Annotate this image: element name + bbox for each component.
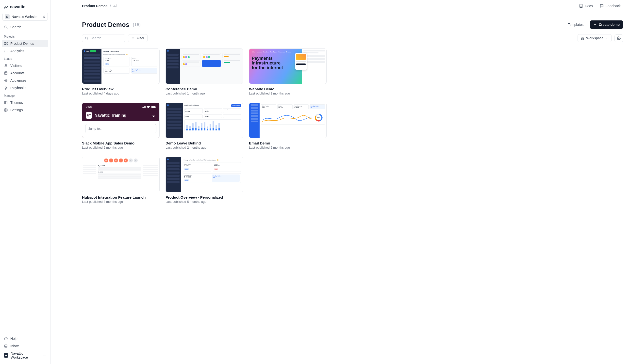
sidebar-item-accounts[interactable]: Accounts — [2, 69, 48, 77]
create-demo-button[interactable]: Create demo — [590, 20, 623, 29]
demo-subtitle: Last published 2 months ago — [82, 146, 160, 149]
view-settings-button[interactable] — [614, 34, 623, 42]
svg-point-13 — [6, 339, 6, 340]
sidebar-workspace-footer[interactable]: Navattic Workspace — [2, 350, 48, 361]
slack-time: 2:58 — [86, 105, 92, 109]
sidebar-item-visitors[interactable]: Visitors — [2, 62, 48, 69]
demo-thumbnail: Sales Today2.532 Visitors170.212 Total E… — [249, 103, 326, 138]
demo-title: Email Demo — [249, 141, 326, 145]
svg-point-16 — [45, 355, 46, 356]
svg-rect-23 — [142, 107, 142, 108]
svg-rect-10 — [5, 101, 6, 104]
demo-card[interactable]: Sales Today2.532 Visitors170.212 Total E… — [249, 103, 326, 149]
demo-title: Conference Demo — [166, 87, 243, 91]
svg-point-15 — [44, 355, 45, 356]
breadcrumb-root[interactable]: Product Demos — [82, 4, 108, 8]
view-selector[interactable]: Workspace — [578, 34, 612, 42]
filter-label: Filter — [137, 36, 144, 40]
demo-thumbnail: 2:58 NT Navattic Training — [82, 103, 160, 138]
create-demo-label: Create demo — [599, 23, 620, 26]
svg-rect-24 — [143, 107, 144, 108]
svg-point-22 — [618, 38, 620, 39]
demo-thumbnail: Analytics DashboardToday: April 29 Visit… — [166, 103, 243, 138]
demo-subtitle: Last published 2 months ago — [249, 146, 326, 149]
chevron-up-down-icon — [42, 15, 46, 18]
svg-rect-26 — [145, 106, 146, 108]
topbar: Product Demos / All Docs Feedback — [50, 0, 630, 12]
sidebar-item-help[interactable]: Help — [2, 335, 48, 342]
brand-logomark — [4, 5, 8, 9]
svg-rect-19 — [583, 37, 584, 38]
svg-rect-18 — [581, 37, 582, 38]
sidebar-item-label: Visitors — [10, 64, 22, 68]
sidebar-item-label: Themes — [10, 101, 23, 105]
demo-subtitle: Last published 2 months ago — [166, 146, 243, 149]
more-icon[interactable] — [43, 354, 46, 358]
demo-card[interactable]: stripeProductsSolutionsDevelopersResourc… — [249, 48, 326, 95]
svg-rect-1 — [4, 42, 6, 43]
sidebar-item-label: Playbooks — [10, 86, 26, 90]
workspace-name: Navattic Website — [12, 15, 41, 19]
demo-card[interactable]: MTW TF SS April 2022 Jan 2022 — [82, 157, 160, 204]
svg-point-11 — [6, 109, 6, 110]
brand-name: navattic — [10, 4, 25, 9]
slack-status-icons — [142, 105, 156, 109]
sidebar-item-product-demos[interactable]: Product Demos — [2, 40, 48, 47]
brand-logo[interactable]: navattic — [0, 3, 50, 13]
demo-card[interactable]: Conference Demo Last published 1 month a… — [166, 48, 243, 95]
sidebar-item-label: Help — [10, 337, 18, 341]
view-label: Workspace — [586, 36, 604, 40]
demo-title: Website Demo — [249, 87, 326, 91]
svg-text:43%: 43% — [317, 117, 320, 119]
breadcrumb-separator: / — [110, 4, 111, 8]
sidebar-item-inbox[interactable]: Inbox — [2, 342, 48, 350]
svg-rect-3 — [4, 44, 6, 45]
demo-thumbnail — [166, 48, 243, 84]
workspace-selector[interactable]: N Navattic Website — [2, 13, 48, 21]
sidebar-item-label: Audiences — [10, 78, 26, 82]
sidebar-item-playbooks[interactable]: Playbooks — [2, 84, 48, 91]
demo-thumbnail: Hi Lucy, we're glad you're here! We've m… — [166, 157, 243, 192]
demo-search-input[interactable] — [90, 36, 134, 40]
svg-point-14 — [43, 355, 44, 356]
svg-rect-21 — [583, 38, 584, 39]
svg-point-17 — [86, 37, 88, 39]
controls-row: Filter Workspace — [82, 34, 623, 42]
feedback-link[interactable]: Feedback — [597, 2, 623, 9]
sidebar-item-themes[interactable]: Themes — [2, 99, 48, 106]
templates-link[interactable]: Templates — [565, 21, 586, 28]
svg-rect-28 — [152, 107, 155, 108]
demo-card[interactable]: Analytics DashboardToday: April 29 Visit… — [166, 103, 243, 149]
sidebar-section-leads: Leads — [0, 55, 50, 62]
svg-point-0 — [5, 26, 7, 28]
page-header: Product Demos (16) Templates Create demo — [82, 20, 623, 29]
demo-subtitle: Last published 2 months ago — [249, 91, 326, 95]
sidebar-item-label: Analytics — [10, 49, 24, 53]
demo-thumbnail: Mira Default Dashboard Welcome back, Luc… — [82, 48, 160, 84]
sidebar-section-manage: Manage — [0, 91, 50, 99]
page-count: (16) — [133, 22, 141, 27]
slack-workspace-title: Navattic Training — [94, 113, 126, 118]
feedback-label: Feedback — [606, 4, 621, 8]
sidebar-item-label: Accounts — [10, 71, 25, 75]
workspace-footer-icon — [4, 353, 8, 358]
sidebar-item-audiences[interactable]: Audiences — [2, 77, 48, 84]
demo-card[interactable]: Hi Lucy, we're glad you're here! We've m… — [166, 157, 243, 204]
sidebar-item-settings[interactable]: Settings — [2, 106, 48, 114]
search-label: Search — [10, 25, 21, 29]
demo-card[interactable]: Mira Default Dashboard Welcome back, Luc… — [82, 48, 160, 95]
demo-card[interactable]: 2:58 NT Navattic Training — [82, 103, 160, 149]
demo-subtitle: Last published 1 month ago — [166, 91, 243, 95]
svg-rect-25 — [144, 106, 144, 108]
sidebar-section-projects: Projects — [0, 32, 50, 40]
docs-label: Docs — [585, 4, 593, 8]
svg-point-5 — [5, 64, 6, 66]
demo-search-box[interactable] — [82, 34, 125, 42]
page-title: Product Demos — [82, 21, 129, 28]
sidebar-item-analytics[interactable]: Analytics — [2, 47, 48, 55]
docs-link[interactable]: Docs — [576, 2, 595, 9]
breadcrumb-current: All — [113, 4, 117, 8]
search-trigger[interactable]: Search — [2, 24, 48, 30]
filter-button[interactable]: Filter — [128, 34, 148, 42]
slack-workspace-icon: NT — [86, 112, 92, 119]
